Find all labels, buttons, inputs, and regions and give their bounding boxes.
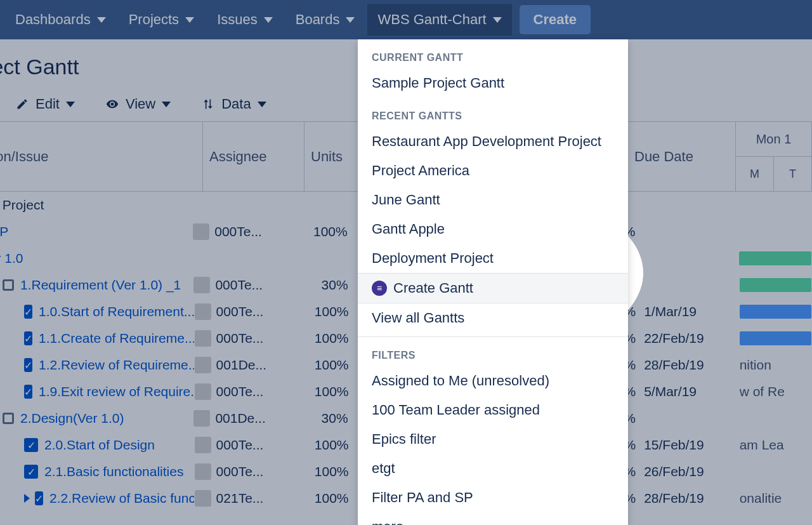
dd-recent-item[interactable]: Project America	[358, 156, 628, 185]
dd-filter-item[interactable]: Epics filter	[358, 425, 628, 454]
dd-filter-item[interactable]: Filter PA and SP	[358, 483, 628, 512]
dd-section-recent: RECENT GANTTS	[358, 98, 628, 127]
dd-filter-item[interactable]: etgt	[358, 454, 628, 483]
dd-section-filters: FILTERS	[358, 337, 628, 366]
dd-recent-item[interactable]: Gantt Apple	[358, 215, 628, 244]
dd-view-all-gantts[interactable]: View all Gantts	[358, 303, 628, 333]
dd-filter-more[interactable]: more...	[358, 512, 628, 525]
create-gantt-icon: ≡	[372, 281, 387, 296]
dd-filter-item[interactable]: 100 Team Leader assigned	[358, 395, 628, 425]
dd-recent-item[interactable]: June Gantt	[358, 185, 628, 215]
dd-recent-item[interactable]: Restaurant App Development Project	[358, 127, 628, 156]
dd-current-gantt[interactable]: Sample Project Gantt	[358, 69, 628, 98]
dd-create-gantt[interactable]: ≡ Create Gantt	[358, 273, 628, 303]
dd-section-current: CURRENT GANTT	[358, 39, 628, 69]
dd-recent-item[interactable]: Deployment Project	[358, 244, 628, 273]
wbs-dropdown-menu: CURRENT GANTT Sample Project Gantt RECEN…	[358, 39, 628, 525]
dd-filter-item[interactable]: Assigned to Me (unresolved)	[358, 366, 628, 395]
